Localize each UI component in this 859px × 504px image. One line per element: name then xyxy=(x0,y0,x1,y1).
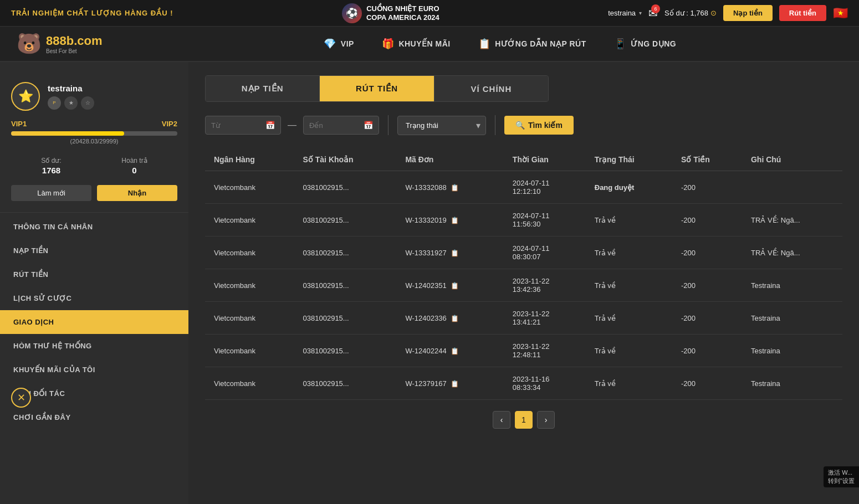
cell-note-6: Testraina xyxy=(742,367,842,400)
tab-vi-chinh[interactable]: VÍ CHÍNH xyxy=(434,76,548,101)
sidebar-item-khuyen-mai[interactable]: KHUYẾN MÃI CỦA TÔI xyxy=(0,358,188,382)
cell-note-0 xyxy=(742,171,842,204)
content-area: NẠP TIỀN RÚT TIỀN VÍ CHÍNH 📅 — 📅 Trạng t… xyxy=(188,62,859,504)
date-separator: — xyxy=(288,120,296,130)
cell-status-5: Trả về xyxy=(586,335,672,367)
logo-text-wrap: 888b.com Best For Bet xyxy=(46,34,103,54)
language-flag[interactable]: 🇻🇳 xyxy=(833,6,848,20)
calendar-from-icon[interactable]: 📅 xyxy=(265,121,275,130)
cell-amount-1: -200 xyxy=(672,204,742,236)
cell-bank-6: Vietcombank xyxy=(205,367,294,400)
sidebar-balance-label: Số dư: xyxy=(41,157,61,164)
logo[interactable]: 🐻 888b.com Best For Bet xyxy=(17,32,103,55)
cell-account-6: 0381002915... xyxy=(294,367,397,400)
user-menu[interactable]: testraina ▾ xyxy=(608,9,642,17)
sidebar-item-nap-tien[interactable]: NẠP TIỀN xyxy=(0,239,188,263)
rut-tien-topbar-button[interactable]: Rút tiền xyxy=(779,5,826,21)
cell-account-3: 0381002915... xyxy=(294,269,397,302)
col-bank: Ngân Hàng xyxy=(205,148,294,171)
nav-vip-label: VIP xyxy=(341,39,354,48)
sidebar-item-lich-su[interactable]: LỊCH SỬ CƯỢC xyxy=(0,286,188,310)
tab-rut-tien[interactable]: RÚT TIỀN xyxy=(320,76,434,101)
cell-status-2: Trả về xyxy=(586,236,672,269)
nav-khuyen-mai-label: KHUYẾN MÃI xyxy=(398,39,450,48)
sidebar-item-hom-thu[interactable]: HÒM THƯ HỆ THỐNG xyxy=(0,334,188,358)
copy-icon-6[interactable]: 📋 xyxy=(451,380,459,388)
lam-moi-button[interactable]: Làm mới xyxy=(11,185,91,201)
copy-icon-4[interactable]: 📋 xyxy=(451,315,459,322)
cell-note-2: TRẢ VỀ: Ngâ... xyxy=(742,236,842,269)
nav-item-vip[interactable]: 💎 VIP xyxy=(324,38,354,50)
status-select-wrap: Trạng thái Đang duyệt Trả về Thành công xyxy=(397,116,486,135)
cell-bank-1: Vietcombank xyxy=(205,204,294,236)
logo-sub: Best For Bet xyxy=(46,48,103,54)
filter-separator-2 xyxy=(495,115,495,135)
badge-level2: ☆ xyxy=(81,96,94,110)
sidebar-item-giao-dich[interactable]: GIAO DỊCH xyxy=(0,310,188,334)
calendar-to-icon[interactable]: 📅 xyxy=(364,121,373,130)
pagination: ‹ 1 › xyxy=(205,411,842,429)
date-to-input[interactable] xyxy=(309,121,359,130)
copy-icon-5[interactable]: 📋 xyxy=(451,347,459,355)
page-1-button[interactable]: 1 xyxy=(515,411,533,429)
nav-item-khuyen-mai[interactable]: 🎁 KHUYẾN MÃI xyxy=(382,38,451,50)
close-float-button[interactable]: ✕ xyxy=(11,388,31,408)
date-from-input[interactable] xyxy=(211,121,261,130)
transactions-table-wrap: Ngân Hàng Số Tài Khoản Mã Đơn Thời Gian … xyxy=(205,148,842,400)
username-label: testraina xyxy=(608,9,636,17)
prev-page-button[interactable]: ‹ xyxy=(493,411,510,429)
nap-tien-topbar-button[interactable]: Nạp tiền xyxy=(723,5,773,21)
nav-item-huong-dan[interactable]: 📋 HƯỚNG DẪN NẠP RÚT xyxy=(478,38,586,50)
copy-icon-0[interactable]: 📋 xyxy=(451,184,459,192)
search-button[interactable]: 🔍 Tìm kiếm xyxy=(504,116,574,135)
copy-icon-1[interactable]: 📋 xyxy=(451,217,459,224)
status-select[interactable]: Trạng thái Đang duyệt Trả về Thành công xyxy=(397,116,486,135)
vip-progress-bar: VIP1 VIP2 (20428.03/29999) xyxy=(0,120,188,151)
cell-time-1: 2024-07-1111:56:30 xyxy=(504,204,586,236)
copy-icon-3[interactable]: 📋 xyxy=(451,282,459,290)
cell-amount-2: -200 xyxy=(672,236,742,269)
cell-bank-3: Vietcombank xyxy=(205,269,294,302)
top-bar: TRẢI NGHIỆM CHẤT LƯỢNG HÀNG ĐẦU ! ⚽ CUỒN… xyxy=(0,0,859,27)
copy-icon-2[interactable]: 📋 xyxy=(451,249,459,257)
date-to-wrap: 📅 xyxy=(303,116,379,135)
table-row: Vietcombank 0381002915... W-12402244 📋 2… xyxy=(205,335,842,367)
nav-item-ung-dung[interactable]: 📱 ỨNG DỤNG xyxy=(614,38,677,50)
cell-note-3: Testraina xyxy=(742,269,842,302)
nav-bar: 🐻 888b.com Best For Bet 💎 VIP 🎁 KHUYẾN M… xyxy=(0,27,859,62)
sidebar-item-rut-tien[interactable]: RÚT TIỀN xyxy=(0,263,188,286)
gift-icon: 🎁 xyxy=(382,38,395,50)
logo-icon: 🐻 xyxy=(17,32,42,55)
table-row: Vietcombank 0381002915... W-13332088 📋 2… xyxy=(205,171,842,204)
sidebar-item-choi-gan-day[interactable]: CHƠI GẦN ĐÂY xyxy=(0,405,188,429)
cell-account-2: 0381002915... xyxy=(294,236,397,269)
cell-time-4: 2023-11-2213:41:21 xyxy=(504,302,586,335)
sidebar-item-thong-tin[interactable]: THÔNG TIN CÁ NHÂN xyxy=(0,215,188,239)
top-bar-right: testraina ▾ ✉ 6 Số dư : 1,768 ⊙ Nạp tiền… xyxy=(608,5,848,21)
notification-button[interactable]: ✉ 6 xyxy=(648,7,658,20)
sidebar: ⭐ testraina P ★ ☆ VIP1 VIP2 (20428.03/29… xyxy=(0,62,188,504)
col-time: Thời Gian xyxy=(504,148,586,171)
sidebar-username: testraina xyxy=(48,84,94,93)
sidebar-hoan-tra-label: Hoàn trả xyxy=(121,157,147,164)
nhan-button[interactable]: Nhận xyxy=(97,185,177,201)
cell-time-0: 2024-07-1112:12:10 xyxy=(504,171,586,204)
search-label: Tìm kiếm xyxy=(528,121,563,130)
tab-nap-tien[interactable]: NẠP TIỀN xyxy=(206,76,320,101)
transactions-table: Ngân Hàng Số Tài Khoản Mã Đơn Thời Gian … xyxy=(205,148,842,400)
table-row: Vietcombank 0381002915... W-12379167 📋 2… xyxy=(205,367,842,400)
app-icon: 📱 xyxy=(614,38,627,50)
col-status: Trạng Thái xyxy=(586,148,672,171)
cell-status-0: Đang duyệt xyxy=(586,171,672,204)
cell-order-1: W-13332019 📋 xyxy=(396,204,503,236)
col-amount: Số Tiền xyxy=(672,148,742,171)
filters-row: 📅 — 📅 Trạng thái Đang duyệt Trả về Thành… xyxy=(205,115,842,135)
cell-order-2: W-13331927 📋 xyxy=(396,236,503,269)
user-profile-info: testraina P ★ ☆ xyxy=(48,84,94,110)
cell-order-5: W-12402244 📋 xyxy=(396,335,503,367)
avatar: ⭐ xyxy=(11,82,40,111)
next-page-button[interactable]: › xyxy=(537,411,555,429)
cell-note-1: TRẢ VỀ: Ngâ... xyxy=(742,204,842,236)
cell-amount-3: -200 xyxy=(672,269,742,302)
logo-name: 888b.com xyxy=(46,34,103,48)
